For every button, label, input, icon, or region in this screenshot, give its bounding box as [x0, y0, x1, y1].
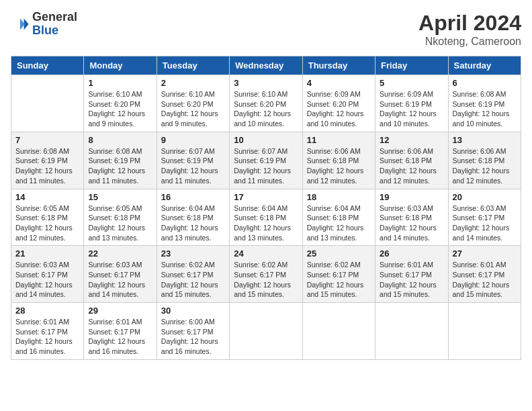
- day-number: 21: [15, 248, 79, 259]
- day-number: 18: [307, 192, 371, 202]
- day-number: 30: [161, 306, 225, 316]
- day-info: Sunrise: 6:01 AM Sunset: 6:17 PM Dayligh…: [15, 317, 79, 357]
- day-number: 11: [307, 135, 371, 145]
- day-info: Sunrise: 6:10 AM Sunset: 6:20 PM Dayligh…: [234, 89, 298, 129]
- day-info: Sunrise: 6:05 AM Sunset: 6:18 PM Dayligh…: [15, 203, 79, 243]
- calendar-header-wednesday: Wednesday: [230, 56, 302, 75]
- calendar-cell: 5Sunrise: 6:09 AM Sunset: 6:19 PM Daylig…: [375, 75, 448, 132]
- day-number: 10: [234, 135, 298, 145]
- day-info: Sunrise: 6:09 AM Sunset: 6:19 PM Dayligh…: [380, 89, 443, 129]
- logo-blue: Blue: [32, 24, 58, 37]
- calendar-cell: 20Sunrise: 6:03 AM Sunset: 6:17 PM Dayli…: [448, 189, 521, 246]
- logo-general: General: [32, 10, 77, 24]
- calendar-cell: 23Sunrise: 6:02 AM Sunset: 6:17 PM Dayli…: [157, 246, 229, 303]
- calendar-cell: 29Sunrise: 6:01 AM Sunset: 6:17 PM Dayli…: [84, 303, 157, 360]
- day-number: 15: [88, 192, 152, 202]
- location: Nkoteng, Cameroon: [418, 36, 521, 48]
- day-number: 6: [453, 78, 517, 88]
- day-info: Sunrise: 6:03 AM Sunset: 6:17 PM Dayligh…: [88, 260, 152, 300]
- logo: General Blue: [11, 11, 77, 38]
- calendar-cell: 21Sunrise: 6:03 AM Sunset: 6:17 PM Dayli…: [11, 246, 84, 303]
- calendar-header-monday: Monday: [84, 56, 157, 75]
- day-number: 3: [234, 78, 298, 88]
- calendar-cell: 15Sunrise: 6:05 AM Sunset: 6:18 PM Dayli…: [84, 189, 157, 246]
- calendar-cell: 27Sunrise: 6:01 AM Sunset: 6:17 PM Dayli…: [448, 246, 521, 303]
- calendar-cell: 13Sunrise: 6:06 AM Sunset: 6:18 PM Dayli…: [448, 132, 521, 189]
- day-number: 26: [380, 248, 443, 259]
- calendar-cell: 3Sunrise: 6:10 AM Sunset: 6:20 PM Daylig…: [230, 75, 302, 132]
- calendar-cell: 9Sunrise: 6:07 AM Sunset: 6:19 PM Daylig…: [157, 132, 229, 189]
- calendar-cell: [302, 303, 375, 360]
- day-number: 14: [15, 192, 79, 202]
- calendar-header-row: SundayMondayTuesdayWednesdayThursdayFrid…: [11, 56, 521, 75]
- day-info: Sunrise: 6:06 AM Sunset: 6:18 PM Dayligh…: [453, 146, 517, 186]
- day-info: Sunrise: 6:04 AM Sunset: 6:18 PM Dayligh…: [161, 203, 225, 243]
- calendar-cell: [230, 303, 302, 360]
- day-number: 7: [15, 135, 79, 145]
- day-info: Sunrise: 6:02 AM Sunset: 6:17 PM Dayligh…: [161, 260, 225, 300]
- day-info: Sunrise: 6:09 AM Sunset: 6:20 PM Dayligh…: [307, 89, 371, 129]
- day-info: Sunrise: 6:03 AM Sunset: 6:17 PM Dayligh…: [453, 203, 517, 243]
- title-block: April 2024 Nkoteng, Cameroon: [418, 11, 521, 48]
- calendar-header-sunday: Sunday: [11, 56, 84, 75]
- calendar-cell: 14Sunrise: 6:05 AM Sunset: 6:18 PM Dayli…: [11, 189, 84, 246]
- day-number: 13: [453, 135, 517, 145]
- calendar-cell: [11, 75, 84, 132]
- day-info: Sunrise: 6:07 AM Sunset: 6:19 PM Dayligh…: [161, 146, 225, 186]
- day-number: 23: [161, 248, 225, 259]
- day-number: 29: [88, 306, 152, 316]
- calendar-cell: 6Sunrise: 6:08 AM Sunset: 6:19 PM Daylig…: [448, 75, 521, 132]
- calendar-week-4: 21Sunrise: 6:03 AM Sunset: 6:17 PM Dayli…: [11, 246, 521, 303]
- day-info: Sunrise: 6:01 AM Sunset: 6:17 PM Dayligh…: [88, 317, 152, 357]
- day-number: 9: [161, 135, 225, 145]
- day-info: Sunrise: 6:08 AM Sunset: 6:19 PM Dayligh…: [88, 146, 152, 186]
- month-title: April 2024: [418, 11, 521, 36]
- calendar-cell: [375, 303, 448, 360]
- calendar-cell: 8Sunrise: 6:08 AM Sunset: 6:19 PM Daylig…: [84, 132, 157, 189]
- day-number: 16: [161, 192, 225, 202]
- logo-icon: [11, 15, 30, 34]
- day-info: Sunrise: 6:10 AM Sunset: 6:20 PM Dayligh…: [88, 89, 152, 129]
- calendar-week-1: 1Sunrise: 6:10 AM Sunset: 6:20 PM Daylig…: [11, 75, 521, 132]
- day-info: Sunrise: 6:05 AM Sunset: 6:18 PM Dayligh…: [88, 203, 152, 243]
- calendar-cell: 17Sunrise: 6:04 AM Sunset: 6:18 PM Dayli…: [230, 189, 302, 246]
- logo-text: General Blue: [32, 11, 77, 38]
- calendar-table: SundayMondayTuesdayWednesdayThursdayFrid…: [11, 56, 521, 360]
- day-info: Sunrise: 6:08 AM Sunset: 6:19 PM Dayligh…: [453, 89, 517, 129]
- calendar-header-tuesday: Tuesday: [157, 56, 229, 75]
- day-info: Sunrise: 6:00 AM Sunset: 6:17 PM Dayligh…: [161, 317, 225, 357]
- day-number: 4: [307, 78, 371, 88]
- calendar-cell: 24Sunrise: 6:02 AM Sunset: 6:17 PM Dayli…: [230, 246, 302, 303]
- day-info: Sunrise: 6:01 AM Sunset: 6:17 PM Dayligh…: [380, 260, 443, 300]
- calendar-cell: 1Sunrise: 6:10 AM Sunset: 6:20 PM Daylig…: [84, 75, 157, 132]
- calendar-cell: 4Sunrise: 6:09 AM Sunset: 6:20 PM Daylig…: [302, 75, 375, 132]
- day-number: 12: [380, 135, 443, 145]
- day-info: Sunrise: 6:02 AM Sunset: 6:17 PM Dayligh…: [234, 260, 298, 300]
- day-number: 24: [234, 248, 298, 259]
- calendar-cell: 16Sunrise: 6:04 AM Sunset: 6:18 PM Dayli…: [157, 189, 229, 246]
- calendar-cell: 25Sunrise: 6:02 AM Sunset: 6:17 PM Dayli…: [302, 246, 375, 303]
- day-number: 27: [453, 248, 517, 259]
- calendar-cell: 28Sunrise: 6:01 AM Sunset: 6:17 PM Dayli…: [11, 303, 84, 360]
- day-info: Sunrise: 6:04 AM Sunset: 6:18 PM Dayligh…: [234, 203, 298, 243]
- day-info: Sunrise: 6:03 AM Sunset: 6:18 PM Dayligh…: [380, 203, 443, 243]
- day-number: 20: [453, 192, 517, 202]
- day-number: 28: [15, 306, 79, 316]
- day-info: Sunrise: 6:08 AM Sunset: 6:19 PM Dayligh…: [15, 146, 79, 186]
- calendar-header-saturday: Saturday: [448, 56, 521, 75]
- calendar-cell: 7Sunrise: 6:08 AM Sunset: 6:19 PM Daylig…: [11, 132, 84, 189]
- calendar-header-friday: Friday: [375, 56, 448, 75]
- day-number: 1: [88, 78, 152, 88]
- calendar-cell: 12Sunrise: 6:06 AM Sunset: 6:18 PM Dayli…: [375, 132, 448, 189]
- calendar-cell: 26Sunrise: 6:01 AM Sunset: 6:17 PM Dayli…: [375, 246, 448, 303]
- day-info: Sunrise: 6:04 AM Sunset: 6:18 PM Dayligh…: [307, 203, 371, 243]
- calendar-cell: 30Sunrise: 6:00 AM Sunset: 6:17 PM Dayli…: [157, 303, 229, 360]
- calendar-cell: 19Sunrise: 6:03 AM Sunset: 6:18 PM Dayli…: [375, 189, 448, 246]
- day-info: Sunrise: 6:10 AM Sunset: 6:20 PM Dayligh…: [161, 89, 225, 129]
- calendar-cell: 11Sunrise: 6:06 AM Sunset: 6:18 PM Dayli…: [302, 132, 375, 189]
- calendar-week-2: 7Sunrise: 6:08 AM Sunset: 6:19 PM Daylig…: [11, 132, 521, 189]
- calendar-week-3: 14Sunrise: 6:05 AM Sunset: 6:18 PM Dayli…: [11, 189, 521, 246]
- day-number: 19: [380, 192, 443, 202]
- calendar-cell: 22Sunrise: 6:03 AM Sunset: 6:17 PM Dayli…: [84, 246, 157, 303]
- day-number: 25: [307, 248, 371, 259]
